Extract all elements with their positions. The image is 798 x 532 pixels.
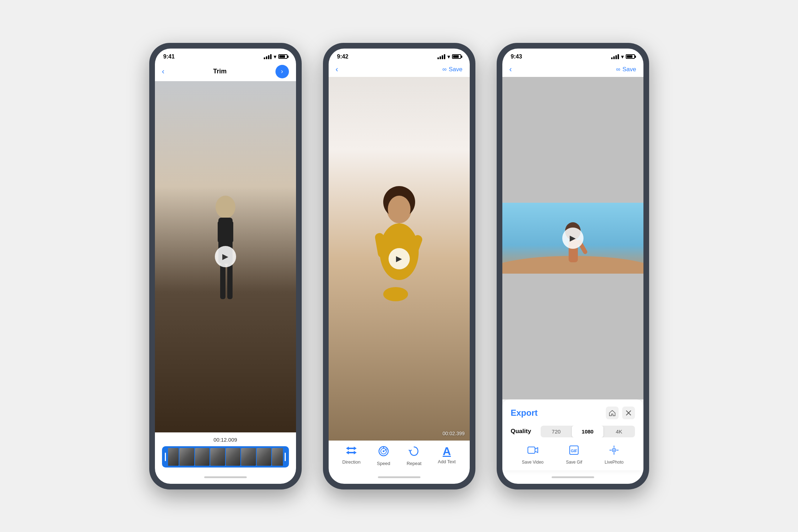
svg-point-9	[388, 196, 411, 223]
repeat-icon	[408, 446, 420, 459]
live-photo-icon	[609, 445, 619, 458]
trim-frames	[163, 447, 288, 466]
trim-timecode: 00:12.009	[162, 437, 289, 443]
phone-3: 9:43 ▾ ‹ ∞ Save	[497, 43, 649, 489]
gray-video-area: ▶	[502, 77, 643, 399]
trim-strip[interactable]	[162, 446, 289, 467]
play-button-1[interactable]: ▶	[215, 246, 236, 267]
home-indicator-2	[329, 470, 470, 484]
quality-4k[interactable]: 4K	[603, 426, 635, 437]
svg-point-13	[383, 287, 408, 301]
export-header: Export	[511, 407, 635, 419]
quality-row: Quality 720 1080 4K	[511, 426, 635, 437]
quality-1080[interactable]: 1080	[572, 426, 603, 437]
live-photo-svg	[609, 445, 619, 455]
home-indicator-1	[155, 470, 296, 484]
wifi-icon-2: ▾	[447, 54, 450, 60]
svg-point-30	[613, 449, 615, 451]
play-button-2[interactable]: ▶	[389, 248, 410, 269]
status-bar-1: 9:41 ▾	[155, 49, 296, 62]
wifi-icon-1: ▾	[274, 54, 276, 60]
tool-speed[interactable]: Speed	[377, 446, 390, 466]
save-icon-3: ∞	[616, 66, 620, 73]
video-area-1[interactable]: ▶	[155, 81, 296, 432]
direction-svg	[345, 446, 357, 455]
save-label-3: Save	[623, 66, 636, 73]
save-actions: Save Video GIF Save Gif	[511, 444, 635, 465]
quality-720[interactable]: 720	[541, 426, 572, 437]
live-photo-action[interactable]: LivePhoto	[605, 445, 624, 465]
trim-section: 00:12.009	[155, 432, 296, 470]
speed-label: Speed	[377, 461, 390, 466]
nav-title-1: Trim	[213, 68, 227, 75]
wifi-icon-3: ▾	[621, 54, 624, 60]
back-button-1[interactable]: ‹	[162, 67, 164, 76]
save-gif-icon: GIF	[569, 445, 579, 458]
save-icon-2: ∞	[442, 66, 447, 73]
live-photo-label: LivePhoto	[605, 460, 624, 465]
home-button-export[interactable]	[606, 407, 619, 419]
video-save-svg	[528, 445, 538, 455]
svg-rect-4	[227, 264, 233, 299]
home-bar-1	[204, 476, 247, 478]
back-button-2[interactable]: ‹	[336, 65, 338, 74]
signal-bars-1	[264, 54, 272, 59]
direction-label: Direction	[342, 459, 361, 465]
speed-svg	[378, 446, 389, 457]
tool-add-text[interactable]: A Add Text	[438, 446, 456, 464]
svg-rect-5	[218, 221, 222, 242]
gif-save-svg: GIF	[569, 445, 579, 455]
close-button-export[interactable]	[622, 407, 635, 419]
phone-2: 9:42 ▾ ‹ ∞ Save	[323, 43, 475, 489]
export-title: Export	[511, 408, 538, 418]
trim-frame	[195, 448, 210, 466]
status-time-2: 9:42	[337, 54, 348, 60]
trim-handle-left[interactable]	[163, 447, 168, 466]
trim-frame	[210, 448, 225, 466]
home-bar-3	[552, 476, 594, 478]
battery-1	[278, 54, 288, 59]
video-area-2[interactable]: ▶ 00:02.399	[329, 77, 470, 441]
repeat-svg	[408, 446, 420, 457]
quality-options[interactable]: 720 1080 4K	[541, 426, 635, 437]
status-time-1: 9:41	[163, 54, 175, 60]
nav-bar-1: ‹ Trim ›	[155, 62, 296, 81]
trim-frame	[241, 448, 256, 466]
signal-bars-2	[437, 54, 445, 59]
phone-1: 9:41 ▾ ‹ Trim ›	[149, 43, 302, 489]
tool-direction[interactable]: Direction	[342, 446, 361, 465]
signal-bars-3	[611, 54, 619, 59]
tool-repeat[interactable]: Repeat	[407, 446, 422, 466]
status-time-3: 9:43	[511, 54, 522, 60]
save-button-2[interactable]: ∞ Save	[442, 66, 463, 73]
nav-bar-3: ‹ ∞ Save	[502, 62, 643, 77]
battery-3	[626, 54, 635, 59]
status-icons-1: ▾	[264, 54, 288, 60]
home-icon	[609, 409, 616, 416]
status-bar-2: 9:42 ▾	[329, 49, 470, 62]
svg-rect-26	[528, 447, 535, 453]
svg-rect-6	[229, 221, 233, 242]
save-button-3[interactable]: ∞ Save	[616, 66, 636, 73]
quality-label: Quality	[511, 428, 536, 435]
save-video-action[interactable]: Save Video	[522, 445, 543, 465]
forward-button-1[interactable]: ›	[275, 65, 289, 78]
trim-frame	[179, 448, 194, 466]
status-icons-3: ▾	[611, 54, 635, 60]
add-text-label: Add Text	[438, 459, 456, 464]
save-gif-label: Save Gif	[566, 460, 582, 465]
trim-handle-right[interactable]	[283, 447, 288, 466]
close-icon	[625, 410, 632, 416]
svg-point-1	[216, 196, 235, 218]
export-panel: Export Quality	[502, 399, 643, 470]
gray-bg: ▶	[502, 77, 643, 399]
play-button-3[interactable]: ▶	[562, 228, 584, 249]
svg-point-18	[383, 450, 384, 452]
battery-2	[452, 54, 461, 59]
svg-text:GIF: GIF	[571, 449, 577, 453]
status-bar-3: 9:43 ▾	[502, 49, 643, 62]
back-button-3[interactable]: ‹	[509, 65, 512, 74]
trim-frame	[257, 448, 272, 466]
svg-rect-3	[220, 264, 225, 299]
save-gif-action[interactable]: GIF Save Gif	[566, 445, 582, 465]
